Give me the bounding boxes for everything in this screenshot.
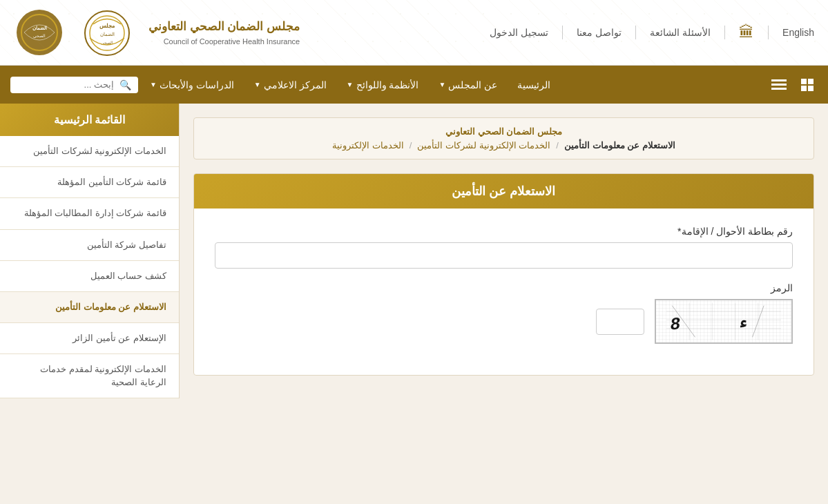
nav-home[interactable]: الرئيسية: [509, 74, 559, 96]
english-link[interactable]: English: [782, 27, 814, 38]
svg-rect-15: [771, 88, 787, 90]
menu-icon: [771, 79, 787, 90]
divider-4: [562, 26, 563, 39]
svg-text:الضمان: الضمان: [32, 26, 47, 31]
sidebar-item-qualified-companies[interactable]: قائمة شركات التأمين المؤهلة: [0, 167, 179, 198]
captcha-label: الرمز: [215, 282, 793, 293]
svg-line-23: [672, 306, 695, 338]
form-title: الاستعلام عن التأمين: [452, 184, 555, 198]
svg-rect-14: [771, 84, 787, 86]
svg-text:4518: 4518: [666, 314, 684, 338]
breadcrumb-site: مجلس الضمان الصحي التعاوني: [208, 126, 800, 137]
dropdown-arrow-about: ▼: [439, 81, 445, 88]
sidebar-item-insurance-inquiry[interactable]: الاستعلام عن معلومات التأمين: [0, 292, 179, 323]
sidebar: القائمة الرئيسية الخدمات الإلكترونية لشر…: [0, 104, 180, 398]
sidebar-item-visitor-insurance[interactable]: الإستعلام عن تأمين الزائر: [0, 323, 179, 354]
main-content: مجلس الضمان الصحي التعاوني الاستعلام عن …: [0, 104, 828, 398]
content-area: مجلس الضمان الصحي التعاوني الاستعلام عن …: [180, 104, 828, 398]
logo-emblem: مجلس الضمان الصحي: [76, 7, 138, 59]
logo-emblem-2: الضمان الصحي: [14, 7, 66, 59]
dropdown-arrow-research: ▼: [150, 81, 157, 88]
sidebar-header: القائمة الرئيسية: [0, 104, 179, 136]
grid-icon-button[interactable]: [797, 75, 818, 95]
logo-english: Council of Cooperative Health Insurance: [148, 37, 300, 46]
menu-icon-button[interactable]: [768, 76, 790, 94]
captcha-svg: 4518 ء: [666, 299, 781, 344]
id-input[interactable]: [215, 242, 793, 269]
top-bar: English 🏛 الأسئلة الشائعة تواصل معنا تسج…: [0, 0, 828, 66]
sidebar-item-insurance-services[interactable]: الخدمات الإلكترونية لشركات التأمين: [0, 136, 179, 167]
dropdown-arrow-regulations: ▼: [347, 81, 354, 88]
breadcrumb-current: الاستعلام عن معلومات التأمين: [564, 140, 675, 151]
breadcrumb-item-2[interactable]: الخدمات الإلكترونية لشركات التأمين: [417, 140, 550, 151]
nav-media[interactable]: المركز الاعلامي ▼: [246, 74, 335, 96]
form-body: رقم بطاطة الأحوال / الإقامة* الرمز: [194, 209, 813, 375]
nav-regulations[interactable]: الأنظمة واللوائح ▼: [338, 74, 427, 96]
nav-icon-group: [768, 75, 818, 95]
svg-text:مجلس: مجلس: [99, 23, 115, 29]
insurance-inquiry-form: الاستعلام عن التأمين رقم بطاطة الأحوال /…: [193, 173, 814, 376]
site-icon: 🏛: [739, 23, 754, 41]
captcha-group: الرمز: [215, 282, 793, 344]
form-header: الاستعلام عن التأمين: [194, 174, 813, 209]
logo-arabic: مجلس الضمان الصحي التعاوني: [148, 19, 300, 35]
faq-link[interactable]: الأسئلة الشائعة: [650, 27, 711, 38]
divider-2: [724, 26, 725, 39]
sidebar-menu: الخدمات الإلكترونية لشركات التأمين قائمة…: [0, 136, 179, 398]
nav-bar: الرئيسية عن المجلس ▼ الأنظمة واللوائح ▼ …: [0, 66, 828, 104]
top-bar-links: English 🏛 الأسئلة الشائعة تواصل معنا تسج…: [490, 23, 814, 41]
contact-link[interactable]: تواصل معنا: [577, 27, 622, 38]
svg-rect-11: [801, 86, 807, 91]
breadcrumb-item-1[interactable]: الخدمات الإلكترونية: [332, 140, 404, 151]
breadcrumb-path: الاستعلام عن معلومات التأمين / الخدمات ا…: [208, 140, 800, 151]
svg-point-5: [17, 10, 62, 55]
svg-text:الصحي: الصحي: [33, 34, 46, 38]
search-box: 🔍: [10, 77, 138, 93]
logo-block: مجلس الضمان الصحي التعاوني Council of Co…: [14, 7, 300, 59]
sidebar-item-account-statement[interactable]: كشف حساب العميل: [0, 261, 179, 292]
breadcrumb: مجلس الضمان الصحي التعاوني الاستعلام عن …: [193, 117, 814, 159]
svg-text:الضمان: الضمان: [100, 32, 115, 37]
captcha-image: 4518 ء: [655, 299, 793, 344]
nav-items-list: الرئيسية عن المجلس ▼ الأنظمة واللوائح ▼ …: [142, 74, 747, 96]
breadcrumb-sep-2: /: [410, 140, 412, 151]
captcha-input[interactable]: [596, 309, 644, 335]
svg-rect-10: [808, 79, 813, 84]
nav-research[interactable]: الدراسات والأبحاث ▼: [142, 74, 242, 96]
sidebar-item-claims-companies[interactable]: قائمة شركات إدارة المطالبات المؤهلة: [0, 198, 179, 229]
svg-rect-12: [808, 86, 813, 91]
id-label: رقم بطاطة الأحوال / الإقامة*: [215, 226, 793, 237]
login-link[interactable]: تسجيل الدخول: [490, 27, 548, 38]
search-input[interactable]: [17, 79, 114, 90]
sidebar-item-healthcare-services[interactable]: الخدمات الإلكترونية لمقدم خدمات الرعاية …: [0, 354, 179, 398]
svg-rect-13: [771, 79, 787, 81]
svg-text:ء: ء: [739, 314, 752, 333]
svg-line-24: [753, 306, 764, 338]
dropdown-arrow-media: ▼: [254, 81, 261, 88]
grid-icon: [800, 78, 814, 92]
divider-3: [635, 26, 636, 39]
search-icon: 🔍: [119, 79, 131, 90]
sidebar-item-company-details[interactable]: تفاصيل شركة التأمين: [0, 230, 179, 261]
breadcrumb-sep-1: /: [556, 140, 559, 151]
logo-text: مجلس الضمان الصحي التعاوني Council of Co…: [148, 19, 300, 45]
svg-rect-9: [801, 79, 807, 84]
divider-1: [768, 26, 769, 39]
nav-about[interactable]: عن المجلس ▼: [430, 74, 506, 96]
id-field-group: رقم بطاطة الأحوال / الإقامة*: [215, 226, 793, 269]
